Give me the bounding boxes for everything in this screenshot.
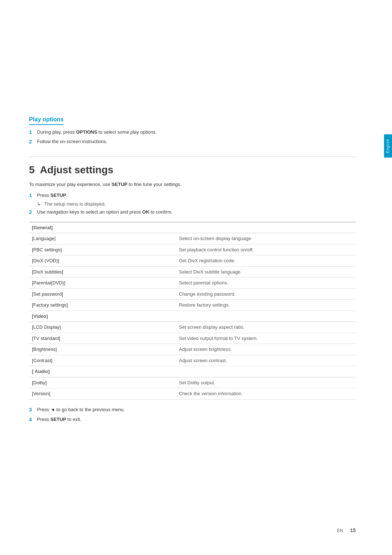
- chapter-step-2: 2 Use navigation keys to select an optio…: [29, 208, 356, 216]
- row-brightness: [Brightness] Adjust screen brightness.: [29, 344, 356, 355]
- chapter-title: Adjust settings: [40, 164, 113, 175]
- row-password-label: [Set password]: [29, 288, 176, 300]
- play-options-section: Play options 1 During play, press OPTION…: [29, 116, 356, 146]
- settings-table-body: [General] [Language] Select on-screen di…: [29, 222, 356, 399]
- row-version-label: [Version]: [29, 388, 176, 400]
- step-num-2: 2: [29, 138, 37, 146]
- row-divx-sub-desc: Select DivX subtitle language.: [176, 266, 356, 278]
- row-pbc: [PBC settings] Set playback control func…: [29, 244, 356, 255]
- category-video: [Video]: [29, 311, 356, 322]
- row-factory-desc: Restore factory settings.: [176, 300, 356, 311]
- row-password-desc: Change existing password.: [176, 288, 356, 300]
- page-container: English Play options 1 During play, pres…: [0, 0, 392, 555]
- row-dolby: [Dolby] Set Dolby output.: [29, 377, 356, 388]
- row-brightness-desc: Adjust screen brightness.: [176, 344, 356, 355]
- chapter-steps-list-2: 2 Use navigation keys to select an optio…: [29, 208, 356, 216]
- content-area: Play options 1 During play, press OPTION…: [29, 116, 356, 426]
- chapter-intro: To maximize your play experience, use SE…: [29, 181, 356, 188]
- row-version: [Version] Check the version information.: [29, 388, 356, 400]
- setup-sub-note: ↳ The setup menu is displayed.: [37, 201, 356, 207]
- row-factory: [Factory settings] Restore factory setti…: [29, 300, 356, 311]
- row-lcd: [LCD Display] Set screen display aspect …: [29, 322, 356, 333]
- step-num-1: 1: [29, 129, 37, 136]
- category-general-label: [General]: [29, 222, 356, 233]
- row-language-label: [Language]: [29, 233, 176, 244]
- category-audio-label: [ Audio]: [29, 366, 356, 377]
- chapter-step-num-2: 2: [29, 208, 37, 216]
- bottom-step-3-text: Press ◄ to go back to the previous menu.: [37, 406, 125, 413]
- bottom-step-num-4: 4: [29, 416, 37, 424]
- row-password: [Set password] Change existing password.: [29, 288, 356, 300]
- chapter-step-1-text: Press SETUP.: [37, 192, 68, 199]
- step-2-text: Follow the on-screen instructions.: [37, 138, 107, 145]
- bottom-step-4: 4 Press SETUP to exit.: [29, 416, 356, 424]
- step-1-text: During play, press OPTIONS to select som…: [37, 129, 157, 136]
- row-version-desc: Check the version information.: [176, 388, 356, 400]
- row-pbc-label: [PBC settings]: [29, 244, 176, 255]
- row-tv-standard-label: [TV standard]: [29, 333, 176, 344]
- row-contrast-label: [Contrast]: [29, 355, 176, 366]
- bottom-steps-list: 3 Press ◄ to go back to the previous men…: [29, 406, 356, 424]
- chapter-number: 5: [29, 164, 35, 175]
- page-footer: EN 15: [337, 527, 356, 533]
- bottom-step-4-text: Press SETUP to exit.: [37, 416, 81, 423]
- row-divx-vod-label: [DivX (VOD)]: [29, 255, 176, 267]
- row-tv-standard: [TV standard] Set video output format to…: [29, 333, 356, 344]
- page-lang-label: EN: [337, 528, 343, 533]
- chapter-step-num-1: 1: [29, 192, 37, 199]
- play-options-step-1: 1 During play, press OPTIONS to select s…: [29, 129, 356, 136]
- chapter-heading: 5 Adjust settings: [29, 164, 356, 176]
- play-options-heading: Play options: [29, 116, 64, 125]
- setup-sub-text: The setup menu is displayed.: [44, 201, 106, 207]
- row-contrast-desc: Adjust screen contrast.: [176, 355, 356, 366]
- row-contrast: [Contrast] Adjust screen contrast.: [29, 355, 356, 366]
- chapter-divider: [29, 157, 356, 157]
- row-brightness-label: [Brightness]: [29, 344, 176, 355]
- bottom-step-num-3: 3: [29, 406, 37, 414]
- row-parental: [Parental(DVD)] Select parental options.: [29, 278, 356, 289]
- row-dolby-label: [Dolby]: [29, 377, 176, 388]
- play-options-step-2: 2 Follow the on-screen instructions.: [29, 138, 356, 146]
- row-dolby-desc: Set Dolby output.: [176, 377, 356, 388]
- category-video-label: [Video]: [29, 311, 356, 322]
- side-tab-english: English: [384, 134, 392, 158]
- row-divx-vod: [DivX (VOD)] Get DivX registration code.: [29, 255, 356, 267]
- row-parental-desc: Select parental options.: [176, 278, 356, 289]
- row-divx-sub: [DivX subtitles] Select DivX subtitle la…: [29, 266, 356, 278]
- row-lcd-desc: Set screen display aspect ratio.: [176, 322, 356, 333]
- category-general: [General]: [29, 222, 356, 233]
- row-parental-label: [Parental(DVD)]: [29, 278, 176, 289]
- row-divx-vod-desc: Get DivX registration code.: [176, 255, 356, 267]
- row-language-desc: Select on-screen display language: [176, 233, 356, 244]
- arrow-symbol: ↳: [37, 201, 44, 207]
- side-tab-label: English: [386, 139, 390, 153]
- row-factory-label: [Factory settings]: [29, 300, 176, 311]
- row-divx-sub-label: [DivX subtitles]: [29, 266, 176, 278]
- chapter-step-1: 1 Press SETUP.: [29, 192, 356, 199]
- category-audio: [ Audio]: [29, 366, 356, 377]
- row-language: [Language] Select on-screen display lang…: [29, 233, 356, 244]
- chapter-steps-list: 1 Press SETUP.: [29, 192, 356, 199]
- row-lcd-label: [LCD Display]: [29, 322, 176, 333]
- chapter-step-2-text: Use navigation keys to select an option …: [37, 208, 173, 216]
- settings-table: [General] [Language] Select on-screen di…: [29, 222, 356, 400]
- row-pbc-desc: Set playback control function on/off.: [176, 244, 356, 255]
- bottom-step-3: 3 Press ◄ to go back to the previous men…: [29, 406, 356, 414]
- row-tv-standard-desc: Set video output format to TV system.: [176, 333, 356, 344]
- play-options-list: 1 During play, press OPTIONS to select s…: [29, 129, 356, 146]
- page-number-value: 15: [350, 527, 356, 533]
